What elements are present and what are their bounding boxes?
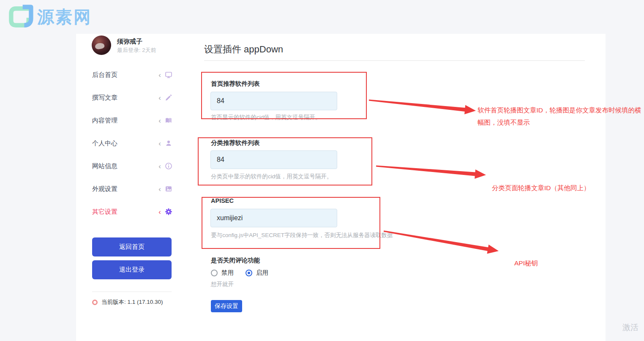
home-list-input[interactable]	[210, 92, 337, 110]
version-row: 当前版本: 1.1 (17.10.30)	[92, 298, 163, 306]
field-label-apisec: APISEC	[211, 197, 234, 204]
comment-toggle-label: 是否关闭评论功能	[211, 256, 260, 265]
title-divider	[204, 60, 585, 61]
apisec-input[interactable]	[210, 209, 337, 227]
sidebar-menu: 后台首页 ‹ 撰写文章 ‹ 内容管理 ‹	[92, 63, 172, 223]
sidebar-item-site-info[interactable]: 网站信息 ‹	[92, 155, 172, 177]
radio-circle-icon	[246, 270, 252, 276]
sidebar-divider	[92, 292, 172, 292]
sidebar-item-profile[interactable]: 个人中心 ‹	[92, 132, 172, 155]
sidebar-item-content-manage[interactable]: 内容管理 ‹	[92, 109, 172, 132]
page-title: 设置插件 appDown	[204, 43, 283, 56]
sidebar-item-other-settings[interactable]: 其它设置 ‹	[92, 200, 172, 223]
logo-icon	[6, 3, 35, 30]
chevron-left-icon: ‹	[158, 117, 161, 124]
image-icon	[165, 185, 172, 193]
book-icon	[165, 117, 172, 124]
field-label-home-list: 首页推荐软件列表	[211, 80, 260, 88]
chevron-left-icon: ‹	[158, 140, 161, 147]
activation-watermark: 激活	[622, 322, 639, 333]
logo-text: 源素网	[37, 5, 92, 29]
radio-disable[interactable]: 禁用	[211, 269, 234, 277]
radio-circle-icon	[211, 270, 218, 276]
comment-toggle-group: 禁用 启用	[211, 269, 268, 277]
user-name: 须弥戒子	[117, 38, 142, 46]
radio-label: 禁用	[221, 269, 234, 277]
annotation-note-apisec: API秘钥	[514, 257, 538, 269]
chevron-left-icon: ‹	[158, 94, 161, 101]
chevron-left-icon: ‹	[158, 208, 161, 216]
gear-icon	[165, 208, 172, 216]
site-logo[interactable]: 源素网	[6, 3, 92, 30]
field-help-apisec: 要与config.js中API_SECRET字段保持一致，否则无法从服务器读取数…	[211, 232, 393, 239]
avatar[interactable]	[92, 35, 111, 55]
annotation-note-home: 软件首页轮播图文章ID，轮播图是你文章发布时候填的横幅图，没填不显示	[478, 104, 644, 128]
last-login-text: 最后登录: 2天前	[117, 46, 156, 54]
user-icon	[165, 139, 172, 147]
sidebar-item-label: 个人中心	[92, 139, 117, 147]
sidebar-item-appearance[interactable]: 外观设置 ‹	[92, 177, 172, 200]
version-dot-icon	[92, 300, 98, 305]
chevron-left-icon: ‹	[158, 163, 161, 170]
chevron-left-icon: ‹	[158, 186, 161, 193]
back-home-button[interactable]: 返回首页	[92, 237, 172, 256]
sidebar-item-label: 内容管理	[92, 117, 117, 125]
sidebar-item-write-post[interactable]: 撰写文章 ‹	[92, 86, 172, 109]
annotation-note-category: 分类页面轮播文章ID（其他同上）	[492, 182, 590, 194]
sidebar-item-label: 外观设置	[92, 185, 117, 193]
comment-toggle-help: 想开就开	[211, 281, 234, 288]
admin-settings-page: 源素网 须弥戒子 最后登录: 2天前 后台首页 ‹ 撰写文章 ‹	[0, 0, 644, 341]
category-list-input[interactable]	[210, 150, 337, 169]
save-settings-button[interactable]: 保存设置	[211, 300, 242, 312]
logout-button[interactable]: 退出登录	[92, 260, 172, 279]
sidebar-item-label: 网站信息	[92, 162, 117, 170]
field-help-category-list: 分类页中显示的软件的cid值，用英文逗号隔开。	[211, 173, 332, 180]
sidebar-item-label: 其它设置	[92, 208, 117, 216]
radio-enable[interactable]: 启用	[246, 269, 268, 277]
sidebar-item-dashboard[interactable]: 后台首页 ‹	[92, 63, 172, 86]
chevron-left-icon: ‹	[158, 71, 161, 79]
version-text: 当前版本: 1.1 (17.10.30)	[101, 298, 163, 306]
radio-label: 启用	[256, 269, 268, 277]
sidebar-item-label: 撰写文章	[92, 94, 117, 102]
pencil-icon	[165, 94, 172, 101]
field-help-home-list: 首页显示的软件的cid值，用英文逗号隔开。	[211, 114, 321, 121]
sidebar-item-label: 后台首页	[92, 71, 117, 79]
monitor-icon	[165, 71, 172, 79]
info-icon	[165, 162, 172, 170]
field-label-category-list: 分类推荐软件列表	[211, 139, 260, 147]
